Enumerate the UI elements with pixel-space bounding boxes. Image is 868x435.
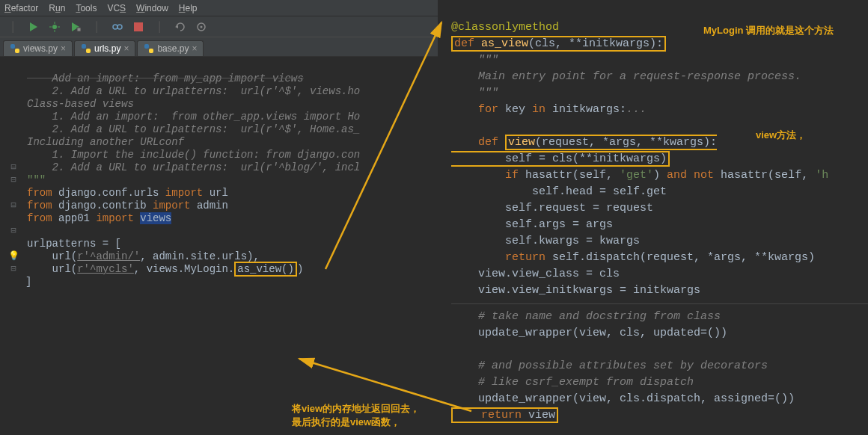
svg-rect-18 [144, 44, 149, 49]
svg-point-1 [52, 25, 57, 29]
svg-point-8 [113, 25, 117, 29]
docstring-line: 2. Add a URL to urlpatterns: url(r'^$', … [27, 85, 360, 97]
annotation-mylogin: MyLogin 调用的就是这个方法 [703, 24, 834, 37]
svg-point-9 [117, 25, 122, 29]
tab-label: base.py [157, 43, 189, 54]
python-icon [81, 43, 91, 54]
svg-rect-16 [82, 44, 86, 49]
docstring-end: """ [27, 174, 46, 186]
attach-icon[interactable] [111, 20, 124, 34]
svg-rect-14 [10, 44, 15, 49]
docstring-line: Class-based views [27, 98, 134, 110]
svg-rect-19 [149, 49, 153, 53]
svg-point-13 [201, 25, 203, 28]
as-view-call: as_view() [234, 262, 297, 277]
svg-rect-15 [15, 49, 19, 53]
close-icon[interactable]: × [123, 43, 129, 54]
tab-label: urls.py [94, 43, 120, 54]
urlpatterns: urlpatterns = [ [27, 238, 121, 250]
menu-help[interactable]: Help [179, 3, 198, 13]
python-icon [10, 43, 20, 54]
divider-icon: │ [90, 20, 103, 34]
divider [451, 303, 868, 304]
docstring-line: 1. Import the include() function: from d… [27, 149, 360, 161]
tab-views[interactable]: views.py × [3, 40, 73, 56]
tab-label: views.py [23, 43, 58, 54]
python-icon [144, 43, 154, 54]
annotation-return-2: 最后执行的是view函数， [292, 416, 400, 429]
kw: from [27, 187, 52, 199]
divider-icon: │ [153, 20, 166, 34]
debug-icon[interactable] [48, 20, 61, 34]
docstring-line: 1. Add an import: from other_app.views i… [27, 111, 360, 123]
docstring-line: 2. Add a URL to urlpatterns: url(r'^blog… [27, 161, 360, 173]
menu-vcs[interactable]: VCS [107, 3, 126, 13]
svg-rect-10 [134, 22, 143, 31]
stop-icon[interactable] [132, 20, 145, 34]
svg-rect-7 [77, 28, 81, 31]
close-icon[interactable]: × [61, 43, 66, 54]
menu-run[interactable]: Run [49, 3, 65, 13]
decorator: @classonlymethod [451, 21, 559, 34]
svg-marker-0 [30, 22, 37, 31]
annotation-view-method: view方法， [756, 129, 806, 142]
coverage-icon[interactable] [69, 20, 82, 34]
docstring-line: 2. Add a URL to urlpatterns: url(r'^$', … [27, 123, 360, 135]
left-editor[interactable]: ⊟ ⊟⊟ ⊟💡 ⊟ Add an import: from my_app imp… [0, 57, 434, 435]
docstring-line: Add an import: from my_app import views [27, 72, 304, 84]
close-icon[interactable]: × [192, 43, 197, 54]
menu-refactor[interactable]: Refactor [4, 3, 38, 13]
svg-rect-17 [86, 49, 91, 53]
right-editor[interactable]: @classonlymethod def as_view(cls, **init… [438, 0, 868, 435]
gutter: ⊟ ⊟⊟ ⊟💡 ⊟ [0, 57, 27, 276]
tab-base[interactable]: base.py × [137, 40, 204, 56]
annotation-return-1: 将view的内存地址返回回去， [292, 402, 420, 416]
return-view: return view [451, 407, 558, 423]
tab-urls[interactable]: urls.py × [74, 40, 135, 56]
menu-window[interactable]: Window [136, 3, 168, 13]
run-icon[interactable] [27, 20, 40, 34]
docstring-line: Including another URLconf [27, 136, 184, 148]
reload-icon[interactable] [174, 20, 187, 34]
divider-icon: │ [6, 20, 19, 34]
as-view-def: def as_view(cls, **initkwargs): [451, 36, 666, 52]
menu-tools[interactable]: Tools [76, 3, 97, 13]
code-area[interactable]: Add an import: from my_app import views … [0, 57, 434, 301]
settings-icon[interactable] [195, 20, 208, 34]
